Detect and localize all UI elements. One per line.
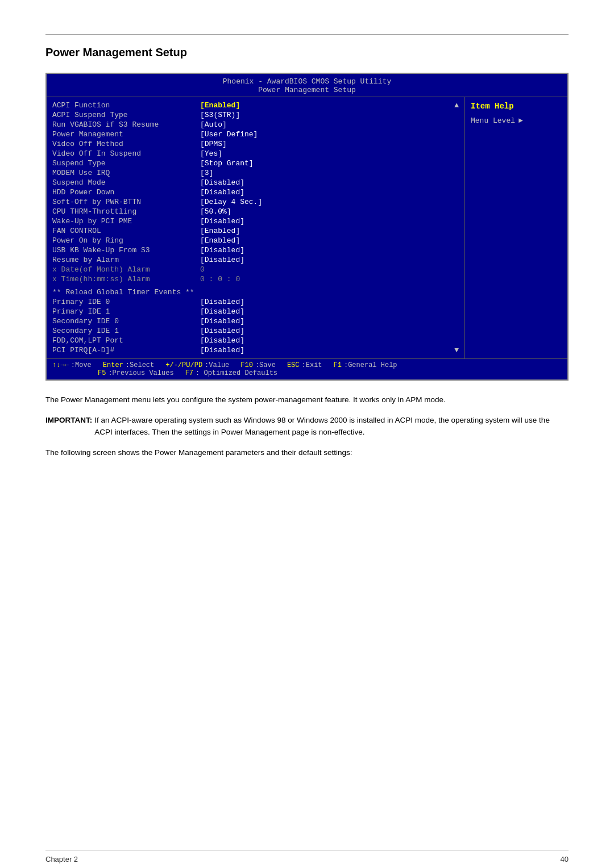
section-header-text: ** Reload Global Timer Events ** — [52, 288, 194, 297]
row-value: [Disabled] — [200, 246, 244, 254]
row-label: Suspend Type — [52, 159, 200, 168]
footer-value: +/-/PU/PD :Value — [165, 361, 229, 369]
row-label: Secondary IDE 0 — [52, 317, 200, 326]
row-label: Suspend Mode — [52, 178, 200, 187]
bios-footer: ↑↓→← :Move Enter :Select +/-/PU/PD :Valu… — [47, 358, 567, 379]
table-row[interactable]: ACPI Suspend Type [S3(STR)] — [52, 110, 459, 120]
table-row[interactable]: Video Off In Suspend [Yes] — [52, 149, 459, 158]
important-block: IMPORTANT: If an ACPI-aware operating sy… — [45, 415, 569, 438]
important-label: IMPORTANT: — [45, 415, 92, 438]
top-divider — [45, 34, 569, 35]
table-row[interactable]: Primary IDE 0 [Disabled] — [52, 297, 459, 307]
row-label: HDD Power Down — [52, 188, 200, 197]
sidebar-title: Item Help — [471, 102, 562, 111]
footer-row2: F5 :Previous Values F7 : Optimized Defau… — [98, 369, 562, 377]
table-row[interactable]: MODEM Use IRQ [3] — [52, 168, 459, 178]
table-row: x Time(hh:mm:ss) Alarm 0 : 0 : 0 — [52, 274, 459, 284]
table-row[interactable]: Wake-Up by PCI PME [Disabled] — [52, 216, 459, 226]
table-row[interactable]: Soft-Off by PWR-BTTN [Delay 4 Sec.] — [52, 197, 459, 207]
table-row[interactable]: CPU THRM-Throttling [50.0%] — [52, 207, 459, 216]
description-para1: The Power Management menu lets you confi… — [45, 394, 569, 406]
row-value: [Delay 4 Sec.] — [200, 198, 262, 206]
row-value: [Enabled] — [200, 227, 240, 235]
row-label: FDD,COM,LPT Port — [52, 336, 200, 345]
table-row[interactable]: FDD,COM,LPT Port [Disabled] — [52, 336, 459, 345]
row-value: [Stop Grant] — [200, 159, 254, 168]
row-label: USB KB Wake-Up From S3 — [52, 246, 200, 254]
table-row[interactable]: Power Management [User Define] — [52, 130, 459, 139]
scroll-down-icon: ▼ — [454, 346, 459, 354]
footer-help: F1 :General Help — [334, 361, 397, 369]
row-value: 0 : 0 : 0 — [200, 275, 240, 283]
table-row[interactable]: Power On by Ring [Enabled] — [52, 236, 459, 245]
row-label: Primary IDE 0 — [52, 298, 200, 306]
row-value: [Disabled] — [200, 256, 244, 264]
row-value: [50.0%] — [200, 207, 231, 216]
row-value: [Disabled] — [200, 336, 244, 345]
table-row[interactable]: FAN CONTROL [Enabled] — [52, 226, 459, 236]
page-title: Power Management Setup — [45, 46, 569, 59]
row-value: [3] — [200, 169, 213, 177]
row-label: ACPI Function — [52, 101, 200, 110]
row-value: 0 — [200, 265, 205, 274]
row-label: Secondary IDE 1 — [52, 327, 200, 335]
bottom-footer: Chapter 2 40 — [0, 850, 614, 868]
section-header: ** Reload Global Timer Events ** — [52, 287, 459, 297]
row-value: [S3(STR)] — [200, 111, 240, 119]
row-label: Resume by Alarm — [52, 256, 200, 264]
row-value: [Disabled] — [200, 217, 244, 226]
row-label: PCI PIRQ[A-D]# — [52, 346, 200, 354]
row-label: Power On by Ring — [52, 236, 200, 245]
row-label: MODEM Use IRQ — [52, 169, 200, 177]
bios-body: ACPI Function [Enabled] ▲ ACPI Suspend T… — [47, 97, 567, 358]
sidebar-menu-level: Menu Level ► — [471, 116, 562, 125]
table-row[interactable]: ACPI Function [Enabled] ▲ — [52, 101, 459, 110]
footer-select: Enter :Select — [103, 361, 154, 369]
row-label: Wake-Up by PCI PME — [52, 217, 200, 226]
bios-header-line1: Phoenix - AwardBIOS CMOS Setup Utility — [47, 77, 567, 86]
table-row[interactable]: USB KB Wake-Up From S3 [Disabled] — [52, 245, 459, 255]
bios-header: Phoenix - AwardBIOS CMOS Setup Utility P… — [47, 74, 567, 97]
row-label: Power Management — [52, 130, 200, 139]
row-value: [Disabled] — [200, 317, 244, 326]
table-row[interactable]: Suspend Mode [Disabled] — [52, 178, 459, 187]
table-row[interactable]: Secondary IDE 0 [Disabled] — [52, 316, 459, 326]
menu-level-label: Menu Level — [471, 116, 515, 125]
row-label: ACPI Suspend Type — [52, 111, 200, 119]
footer-row1: ↑↓→← :Move Enter :Select +/-/PU/PD :Valu… — [52, 361, 562, 369]
table-row[interactable]: PCI PIRQ[A-D]# [Disabled] ▼ — [52, 345, 459, 355]
row-value: [Yes] — [200, 149, 222, 158]
row-value: [Disabled] — [200, 298, 244, 306]
row-label: Primary IDE 1 — [52, 307, 200, 316]
row-label: Soft-Off by PWR-BTTN — [52, 198, 200, 206]
footer-optimized: F7 : Optimized Defaults — [185, 369, 277, 377]
page-number: 40 — [561, 855, 569, 863]
table-row[interactable]: Run VGABIOS if S3 Resume [Auto] — [52, 120, 459, 130]
bios-screen: Phoenix - AwardBIOS CMOS Setup Utility P… — [45, 73, 569, 381]
following-block: The following screen shows the Power Man… — [45, 447, 569, 458]
row-value: [Disabled] — [200, 346, 244, 354]
row-label: CPU THRM-Throttling — [52, 207, 200, 216]
footer-move: ↑↓→← :Move — [52, 361, 92, 369]
row-value: [Auto] — [200, 120, 227, 129]
table-row[interactable]: Video Off Method [DPMS] — [52, 139, 459, 149]
scroll-up-icon: ▲ — [454, 101, 459, 110]
table-row: x Date(of Month) Alarm 0 — [52, 265, 459, 274]
menu-level-arrow: ► — [518, 116, 523, 125]
table-row[interactable]: HDD Power Down [Disabled] — [52, 187, 459, 197]
row-value: [Enabled] — [200, 101, 240, 110]
footer-prev-values: F5 :Previous Values — [98, 369, 174, 377]
table-row[interactable]: Resume by Alarm [Disabled] — [52, 255, 459, 265]
row-value: [Disabled] — [200, 327, 244, 335]
table-row[interactable]: Primary IDE 1 [Disabled] — [52, 307, 459, 316]
row-label: Video Off In Suspend — [52, 149, 200, 158]
table-row[interactable]: Suspend Type [Stop Grant] — [52, 158, 459, 168]
row-value: [Disabled] — [200, 307, 244, 316]
row-label: x Date(of Month) Alarm — [52, 265, 200, 274]
table-row[interactable]: Secondary IDE 1 [Disabled] — [52, 326, 459, 336]
bios-header-line2: Power Management Setup — [47, 86, 567, 94]
bios-main-panel: ACPI Function [Enabled] ▲ ACPI Suspend T… — [47, 97, 465, 358]
important-text: If an ACPI-aware operating system such a… — [94, 415, 569, 438]
row-label: x Time(hh:mm:ss) Alarm — [52, 275, 200, 283]
row-value: [Disabled] — [200, 178, 244, 187]
